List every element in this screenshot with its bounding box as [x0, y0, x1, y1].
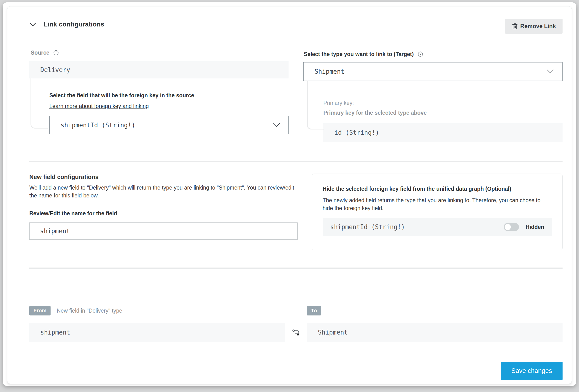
- info-icon[interactable]: [53, 50, 59, 56]
- source-column: Source Delivery Select the field that wi…: [29, 49, 289, 142]
- mapping-link-cell: [285, 305, 307, 342]
- panel-header: Link configurations Remove Link: [29, 19, 563, 34]
- learn-more-link[interactable]: Learn more about foreign key and linking: [49, 103, 149, 109]
- from-badge: From: [29, 306, 51, 316]
- chevron-down-icon: [29, 22, 36, 27]
- foreign-key-select[interactable]: shipmentId (String!): [49, 116, 289, 134]
- to-badge-row: To: [307, 305, 563, 316]
- panel-footer: Save changes: [29, 362, 563, 380]
- link-setup-section: Source Delivery Select the field that wi…: [29, 49, 563, 142]
- hidden-toggle[interactable]: [504, 223, 519, 231]
- new-field-description: We'll add a new field to "Delivery" whic…: [29, 184, 298, 199]
- foreign-key-selected-value: shipmentId (String!): [61, 122, 135, 129]
- field-name-input[interactable]: [29, 222, 298, 240]
- mapping-section: From New field in "Delivery" type shipme…: [29, 305, 563, 342]
- section-divider: [29, 267, 563, 269]
- hide-fk-field-value: shipmentId (String!): [330, 223, 405, 231]
- link-flow-icon: [291, 328, 301, 336]
- source-label: Source: [31, 50, 49, 56]
- from-badge-row: From New field in "Delivery" type: [29, 305, 285, 316]
- hidden-toggle-label: Hidden: [526, 224, 544, 230]
- source-label-row: Source: [31, 49, 289, 57]
- primary-key-block: Primary key: Primary key for the selecte…: [323, 81, 563, 142]
- foreign-key-label: Select the field that will be the foreig…: [49, 92, 289, 99]
- primary-key-sublabel: Primary key for the selected type above: [323, 110, 563, 116]
- save-changes-button[interactable]: Save changes: [501, 362, 563, 380]
- hide-fk-title: Hide the selected foreign key field from…: [323, 186, 552, 192]
- to-badge: To: [307, 306, 321, 316]
- from-caption: New field in "Delivery" type: [57, 308, 122, 314]
- source-connector-zone: Select the field that will be the foreig…: [29, 78, 289, 139]
- target-label-row: Select the type you want to link to (Tar…: [304, 50, 563, 58]
- foreign-key-block: Select the field that will be the foreig…: [49, 78, 289, 134]
- hide-fk-description: The newly added field returns the type t…: [323, 196, 552, 212]
- chevron-down-icon: [547, 69, 554, 74]
- new-field-column: New field configurations We'll add a new…: [29, 174, 298, 250]
- target-connector-zone: Primary key: Primary key for the selecte…: [303, 81, 563, 142]
- target-connector-line: [307, 81, 324, 130]
- section-divider: [29, 161, 563, 162]
- page-title: Link configurations: [44, 21, 104, 28]
- source-type-value: Delivery: [40, 66, 70, 73]
- target-column: Select the type you want to link to (Tar…: [303, 49, 563, 142]
- collapse-section-button[interactable]: [29, 22, 36, 27]
- from-field: shipment: [29, 323, 285, 342]
- hidden-toggle-group: Hidden: [504, 223, 544, 231]
- review-field-label: Review/Edit the name for the field: [29, 210, 298, 217]
- to-field: Shipment: [307, 323, 563, 342]
- source-type-field: Delivery: [29, 61, 289, 78]
- toggle-knob: [505, 224, 511, 230]
- to-field-value: Shipment: [318, 329, 348, 336]
- from-field-value: shipment: [40, 329, 70, 336]
- modal-surface: Link configurations Remove Link: [3, 2, 576, 386]
- remove-link-button[interactable]: Remove Link: [505, 19, 563, 34]
- primary-key-field: id (String!): [323, 123, 563, 142]
- mapping-to: To Shipment: [307, 305, 563, 342]
- hide-foreign-key-box: Hide the selected foreign key field from…: [312, 174, 563, 250]
- link-configurations-panel: Link configurations Remove Link: [7, 6, 572, 384]
- mapping-from: From New field in "Delivery" type shipme…: [29, 305, 285, 342]
- source-connector-line: [31, 78, 48, 129]
- target-label: Select the type you want to link to (Tar…: [304, 51, 414, 58]
- primary-key-value: id (String!): [334, 129, 379, 136]
- info-icon[interactable]: [418, 51, 423, 57]
- target-type-selected-value: Shipment: [315, 68, 344, 75]
- target-type-select[interactable]: Shipment: [303, 62, 563, 81]
- new-field-section: New field configurations We'll add a new…: [29, 174, 563, 250]
- remove-link-label: Remove Link: [520, 23, 556, 30]
- panel-header-left: Link configurations: [29, 19, 104, 28]
- new-field-title: New field configurations: [29, 174, 298, 181]
- trash-icon: [512, 23, 518, 30]
- primary-key-label: Primary key:: [323, 100, 563, 106]
- chevron-down-icon: [273, 123, 280, 127]
- hide-fk-field-row: shipmentId (String!) Hidden: [323, 218, 552, 236]
